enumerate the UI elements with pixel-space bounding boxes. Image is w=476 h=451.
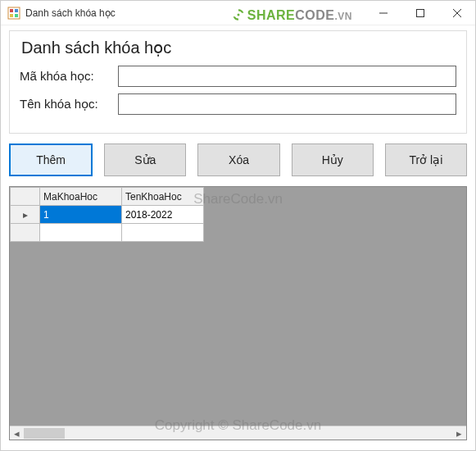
client-area: Danh sách khóa học Mã khóa học: Tên khóa… (1, 25, 475, 449)
scroll-track[interactable] (24, 426, 452, 440)
them-button[interactable]: Thêm (9, 144, 93, 176)
minimize-button[interactable] (365, 1, 401, 25)
maximize-button[interactable] (401, 1, 438, 25)
app-icon (7, 7, 20, 20)
cell-ma[interactable]: 1 (40, 206, 122, 224)
table-header-row: MaKhoaHoc TenKhoaHoc (11, 188, 204, 206)
sua-button[interactable]: Sửa (104, 144, 186, 176)
row-ma-khoa-hoc: Mã khóa học: (20, 66, 456, 87)
cell-ma-new[interactable] (40, 224, 122, 242)
svg-rect-1 (10, 9, 13, 12)
column-header-ten[interactable]: TenKhoaHoc (122, 188, 204, 206)
input-ma-khoa-hoc[interactable] (118, 66, 456, 87)
tro-lai-button[interactable]: Trở lại (385, 144, 467, 176)
label-ma-khoa-hoc: Mã khóa học: (20, 69, 118, 84)
row-indicator[interactable]: ▸ (11, 206, 40, 224)
table-row[interactable]: ▸ 1 2018-2022 (11, 206, 204, 224)
input-ten-khoa-hoc[interactable] (118, 93, 456, 115)
data-grid[interactable]: MaKhoaHoc TenKhoaHoc ▸ 1 2018-2022 ◂ (9, 186, 467, 440)
label-ten-khoa-hoc: Tên khóa học: (20, 97, 118, 112)
cell-ten-new[interactable] (122, 224, 204, 242)
svg-rect-3 (10, 14, 13, 17)
horizontal-scrollbar[interactable]: ◂ ▸ (10, 426, 466, 440)
window: Danh sách khóa học SHARECODE.VN Danh sác… (0, 0, 476, 451)
table-row-new[interactable] (11, 224, 204, 242)
scroll-right-arrow[interactable]: ▸ (452, 426, 466, 440)
cell-ten[interactable]: 2018-2022 (122, 206, 204, 224)
close-button[interactable] (438, 1, 475, 25)
xoa-button[interactable]: Xóa (197, 144, 279, 176)
scroll-thumb[interactable] (24, 428, 65, 439)
huy-button[interactable]: Hủy (292, 144, 374, 176)
row-ten-khoa-hoc: Tên khóa học: (20, 93, 456, 115)
button-row: Thêm Sửa Xóa Hủy Trở lại (9, 144, 467, 176)
svg-rect-2 (15, 9, 18, 12)
svg-rect-4 (15, 14, 18, 17)
data-grid-table: MaKhoaHoc TenKhoaHoc ▸ 1 2018-2022 (10, 187, 204, 242)
form-group: Danh sách khóa học Mã khóa học: Tên khóa… (9, 30, 467, 134)
svg-rect-6 (416, 9, 424, 16)
titlebar: Danh sách khóa học (1, 1, 475, 25)
window-title: Danh sách khóa học (25, 7, 116, 19)
scroll-left-arrow[interactable]: ◂ (10, 426, 24, 440)
row-header-corner[interactable] (11, 188, 40, 206)
column-header-ma[interactable]: MaKhoaHoc (40, 188, 122, 206)
window-buttons (365, 1, 475, 25)
page-title: Danh sách khóa học (21, 38, 456, 57)
row-indicator-new[interactable] (11, 224, 40, 242)
